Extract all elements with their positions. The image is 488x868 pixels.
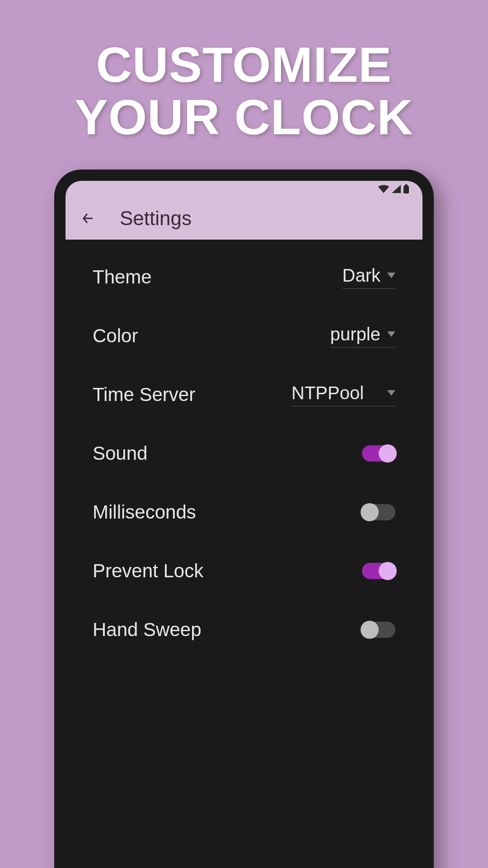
theme-label: Theme [93,266,152,288]
toggle-knob [361,503,379,521]
color-value: purple [330,324,380,344]
wifi-icon [378,185,389,193]
hero-line-1: CUSTOMIZE [0,38,488,91]
status-bar [66,181,422,197]
setting-time-server: Time Server NTPPool [93,382,395,407]
milliseconds-toggle[interactable] [362,504,395,520]
hand-sweep-toggle[interactable] [362,622,395,638]
hero-line-2: YOUR CLOCK [0,91,488,143]
time-server-dropdown[interactable]: NTPPool [291,383,395,406]
page-title: Settings [120,207,192,230]
prevent-lock-label: Prevent Lock [93,560,203,582]
svg-rect-1 [404,186,409,193]
battery-icon [404,184,409,193]
hero-title: CUSTOMIZE YOUR CLOCK [0,0,488,143]
chevron-down-icon [387,273,395,278]
chevron-down-icon [387,390,395,396]
theme-dropdown[interactable]: Dark [343,265,395,289]
time-server-value: NTPPool [291,383,364,403]
setting-sound: Sound [93,441,395,466]
settings-list: Theme Dark Color purple Time Server NTPP… [66,240,422,642]
color-dropdown[interactable]: purple [330,324,395,348]
theme-value: Dark [343,265,380,286]
sound-toggle[interactable] [362,445,395,462]
app-bar: Settings [66,197,422,240]
setting-prevent-lock: Prevent Lock [93,558,395,583]
setting-theme: Theme Dark [93,264,395,289]
toggle-knob [379,562,397,580]
arrow-left-icon [80,210,96,226]
milliseconds-label: Milliseconds [93,501,196,523]
setting-milliseconds: Milliseconds [93,500,395,524]
status-icons [378,184,409,193]
phone-screen: Settings Theme Dark Color purple [66,181,422,868]
sound-label: Sound [93,443,147,464]
svg-rect-0 [405,184,408,186]
setting-hand-sweep: Hand Sweep [93,617,395,642]
hand-sweep-label: Hand Sweep [93,619,202,641]
time-server-label: Time Server [93,384,195,406]
signal-icon [392,185,401,193]
back-button[interactable] [79,209,97,227]
toggle-knob [361,621,379,639]
color-label: Color [93,325,138,347]
setting-color: Color purple [93,323,395,348]
chevron-down-icon [387,331,395,337]
phone-frame: Settings Theme Dark Color purple [54,170,434,868]
toggle-knob [379,444,397,462]
prevent-lock-toggle[interactable] [362,563,395,579]
